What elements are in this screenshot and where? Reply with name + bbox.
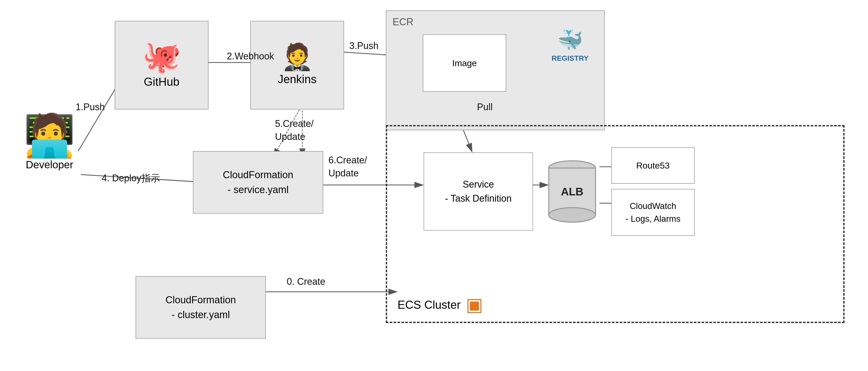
route53-label: Route53 [636,160,670,171]
ecr-group: ECR Image 🐳 REGISTRY [386,10,605,130]
developer-figure: 🧑‍💻 Developer [16,115,84,171]
ecs-service-box: Service- Task Definition [424,153,533,231]
arrow6-label: 6.Create/Update [329,154,367,180]
alb-container: ALB [544,147,601,236]
cloudwatch-label: CloudWatch- Logs, Alarms [626,200,681,225]
pull-label: Pull [477,102,493,112]
github-label: GitHub [144,74,180,89]
diagram: 🧑‍💻 Developer 🐙 GitHub 🤵 Jenkins ECR Ima… [0,0,868,371]
cloudformation-cluster-box: CloudFormation- cluster.yaml [135,276,266,339]
jenkins-icon: 🤵 [281,43,314,70]
ecs-service-label: Service- Task Definition [445,177,512,206]
ecs-cluster-icon: ▣ [466,293,483,316]
ecr-image-label: Image [452,57,477,69]
alb-icon: ALB [546,158,598,225]
arrow3-label: 3.Push [349,40,378,51]
ecs-cluster-label-group: ECS Cluster ▣ [398,293,483,316]
ecr-label: ECR [393,15,413,28]
arrow4-label: 4. Deploy指示 [102,172,160,185]
cloudformation-service-box: CloudFormation- service.yaml [193,151,323,214]
ecs-cluster-box: ECS Cluster ▣ Service- Task Definition A… [386,125,844,323]
cloudformation-service-label: CloudFormation- service.yaml [223,168,293,197]
cloudformation-cluster-label: CloudFormation- cluster.yaml [165,293,236,322]
arrow5-label: 5.Create/Update [275,117,314,143]
route53-box: Route53 [611,147,695,184]
github-icon: 🐙 [142,41,181,72]
arrow2-label: 2.Webhook [227,51,274,62]
jenkins-box: 🤵 Jenkins [250,21,344,109]
github-box: 🐙 GitHub [115,21,209,109]
arrow0-label: 0. Create [287,276,325,287]
ecs-cluster-text: ECS Cluster [398,297,461,312]
developer-icon: 🧑‍💻 [24,115,75,156]
svg-text:ALB: ALB [561,186,583,198]
jenkins-label: Jenkins [278,72,316,87]
cloudwatch-box: CloudWatch- Logs, Alarms [611,189,695,236]
svg-point-16 [549,208,596,222]
arrow1-label: 1.Push [75,102,105,112]
ecr-image-box: Image [423,34,506,92]
developer-label: Developer [26,159,73,171]
docker-registry-icon: 🐳 REGISTRY [552,27,589,63]
